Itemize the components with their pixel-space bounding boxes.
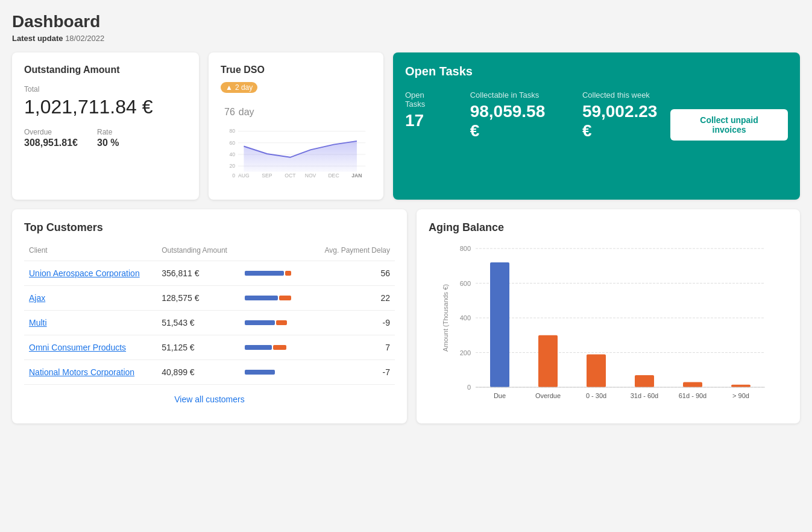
customers-table: Client Outstanding Amount Avg. Payment D… <box>24 242 395 385</box>
amount-cell: 128,575 € <box>157 286 240 311</box>
svg-rect-35 <box>683 382 702 387</box>
svg-text:60: 60 <box>229 140 235 146</box>
col-delay: Avg. Payment Delay <box>312 242 395 261</box>
bar-cell <box>240 261 312 286</box>
svg-rect-27 <box>490 262 509 387</box>
delay-cell: 7 <box>312 335 395 360</box>
col-bar <box>240 242 312 261</box>
bar-cell <box>240 286 312 311</box>
dso-chart: 80 60 40 20 0 AUG SEP OCT NOV DEC JAN <box>221 127 371 188</box>
dso-title: True DSO <box>221 65 371 75</box>
amount-cell: 51,543 € <box>157 311 240 335</box>
col-amount: Outstanding Amount <box>157 242 240 261</box>
table-row: Multi51,543 €-9 <box>24 311 395 335</box>
customer-link[interactable]: Multi <box>29 318 47 328</box>
total-value: 1,021,711.84 € <box>24 96 187 118</box>
svg-text:OCT: OCT <box>285 173 296 179</box>
page-title: Dashboard <box>12 12 800 31</box>
svg-text:Amount (Thousands €): Amount (Thousands €) <box>442 284 449 352</box>
rate-label: Rate <box>97 128 119 136</box>
customer-link[interactable]: National Motors Corporation <box>29 367 134 377</box>
table-row: Ajax128,575 €22 <box>24 286 395 311</box>
table-row: Omni Consumer Products51,125 €7 <box>24 335 395 360</box>
svg-text:61d - 90d: 61d - 90d <box>679 392 707 399</box>
amount-cell: 356,811 € <box>157 261 240 286</box>
svg-text:JAN: JAN <box>351 173 362 179</box>
svg-text:800: 800 <box>460 245 471 252</box>
collect-invoices-button[interactable]: Collect unpaid invoices <box>670 109 788 141</box>
svg-rect-37 <box>731 385 751 387</box>
delay-cell: 56 <box>312 261 395 286</box>
svg-text:20: 20 <box>229 163 235 169</box>
svg-text:0: 0 <box>232 173 235 179</box>
svg-text:0: 0 <box>467 384 471 391</box>
svg-text:NOV: NOV <box>305 173 316 179</box>
task-metric-0: Open Tasks 17 <box>405 90 446 141</box>
dso-badge: ▲ 2 day <box>221 82 257 93</box>
svg-rect-33 <box>635 375 654 387</box>
svg-marker-9 <box>244 141 357 172</box>
svg-text:AUG: AUG <box>238 173 250 179</box>
svg-text:31d - 60d: 31d - 60d <box>631 392 658 399</box>
outstanding-amount-card: Outstanding Amount Total 1,021,711.84 € … <box>12 52 199 200</box>
last-update: Latest update 18/02/2022 <box>12 34 800 43</box>
customers-title: Top Customers <box>24 221 395 234</box>
delay-cell: 22 <box>312 286 395 311</box>
svg-text:400: 400 <box>460 314 471 321</box>
svg-rect-29 <box>538 335 558 387</box>
svg-text:SEP: SEP <box>262 173 272 179</box>
table-row: National Motors Corporation40,899 €-7 <box>24 360 395 385</box>
outstanding-title: Outstanding Amount <box>24 65 187 75</box>
rate-value: 30 % <box>97 138 119 148</box>
col-client: Client <box>24 242 157 261</box>
svg-text:DEC: DEC <box>328 173 339 179</box>
bar-cell <box>240 360 312 385</box>
customer-link[interactable]: Union Aerospace Corporation <box>29 268 140 278</box>
aging-balance-card: Aging Balance 0200400600800Amount (Thous… <box>417 209 800 423</box>
delay-cell: -7 <box>312 360 395 385</box>
customer-link[interactable]: Omni Consumer Products <box>29 343 126 352</box>
svg-text:Overdue: Overdue <box>535 392 561 399</box>
svg-text:0 - 30d: 0 - 30d <box>586 392 606 399</box>
open-tasks-card: Open Tasks Open Tasks 17 Collectable in … <box>393 52 800 200</box>
amount-cell: 51,125 € <box>157 335 240 360</box>
svg-text:80: 80 <box>229 128 235 134</box>
bar-cell <box>240 311 312 335</box>
aging-title: Aging Balance <box>429 221 788 234</box>
svg-text:40: 40 <box>229 151 235 157</box>
bar-cell <box>240 335 312 360</box>
true-dso-card: True DSO ▲ 2 day 76day <box>209 52 383 200</box>
amount-cell: 40,899 € <box>157 360 240 385</box>
top-customers-card: Top Customers Client Outstanding Amount … <box>12 209 407 423</box>
delay-cell: -9 <box>312 311 395 335</box>
dso-value: 76day <box>221 98 371 120</box>
customer-link[interactable]: Ajax <box>29 293 45 303</box>
table-row: Union Aerospace Corporation356,811 €56 <box>24 261 395 286</box>
svg-text:> 90d: > 90d <box>732 392 749 399</box>
task-metric-2: Collected this week 59,002.23 € <box>582 90 670 141</box>
svg-rect-31 <box>587 354 606 387</box>
aging-chart: 0200400600800Amount (Thousands €)DueOver… <box>429 242 788 411</box>
svg-text:200: 200 <box>460 349 471 356</box>
task-metric-1: Collectable in Tasks 98,059.58 € <box>470 90 558 141</box>
view-all-customers-link[interactable]: View all customers <box>24 394 395 404</box>
svg-text:600: 600 <box>460 280 471 287</box>
total-label: Total <box>24 85 187 93</box>
svg-text:Due: Due <box>494 392 506 399</box>
overdue-value: 308,951.81€ <box>24 138 78 148</box>
open-tasks-title: Open Tasks <box>405 65 788 78</box>
overdue-label: Overdue <box>24 128 78 136</box>
